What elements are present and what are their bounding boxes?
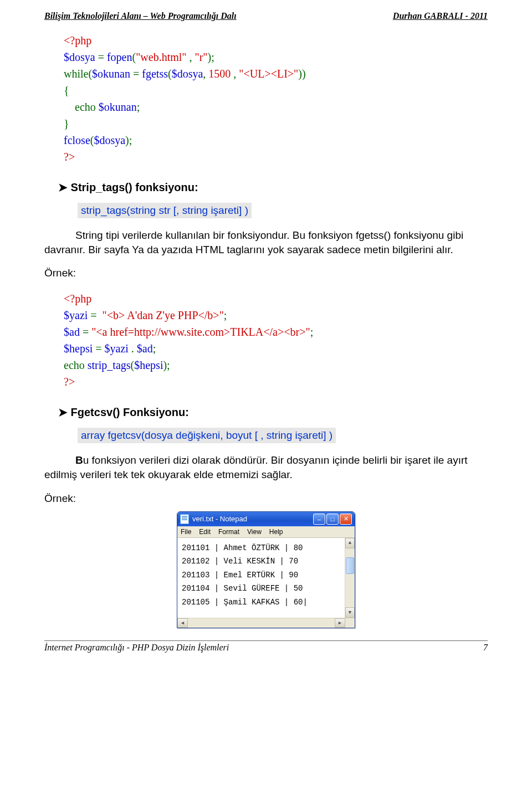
text-line: 201101 | Ahmet ÖZTÜRK | 80 [182, 543, 303, 552]
text-line: 201103 | Emel ERTÜRK | 90 [182, 571, 298, 580]
comma: , [187, 51, 195, 63]
scroll-left-button[interactable]: ◀ [177, 618, 188, 628]
var: $hepsi [134, 359, 163, 371]
notepad-icon [180, 514, 189, 524]
paren: )) [298, 68, 305, 80]
func: fgetss [142, 68, 168, 80]
var: $ad [64, 326, 80, 338]
var: $okunan [92, 68, 130, 80]
heading-text: ➤ Fgetcsv() Fonksiyonu: [58, 406, 189, 418]
window-title: veri.txt - Notepad [192, 515, 313, 523]
paren: ( [168, 68, 172, 80]
scroll-thumb[interactable] [346, 557, 354, 574]
func: fclose [64, 134, 90, 146]
paragraph-rest: u fonksiyon verileri dizi olarak döndürü… [44, 454, 468, 480]
page-footer: İnternet Programcılığı - PHP Dosya Dizin… [44, 640, 488, 653]
menu-bar: File Edit Format View Help [177, 526, 355, 538]
var: $yazi [105, 342, 129, 355]
string: "<UL><LI>" [239, 68, 298, 80]
menu-view[interactable]: View [247, 528, 262, 536]
scroll-right-button[interactable]: ▶ [335, 618, 345, 628]
php-close: ?> [64, 151, 75, 163]
brace: { [64, 84, 69, 96]
code-block-2: <?php $yazi = "<b> A'dan Z'ye PHP</b>"; … [64, 290, 488, 390]
menu-help[interactable]: Help [269, 528, 283, 536]
var: $dosya [94, 134, 125, 146]
text-line: 201105 | Şamil KAFKAS | 60| [182, 598, 308, 607]
var: $dosya [64, 51, 95, 63]
semi: ; [153, 342, 156, 355]
section-heading-strip-tags: ➤ Strip_tags() fonksiyonu: [58, 181, 488, 194]
code-block-1: <?php $dosya = fopen("web.html" , "r"); … [64, 32, 488, 165]
paragraph-strip-tags: String tipi verilerde kullanılan bir fon… [44, 228, 488, 257]
php-close: ?> [64, 376, 75, 388]
scroll-up-button[interactable]: ▲ [345, 538, 355, 548]
scroll-track-h[interactable] [188, 618, 335, 628]
header-right: Durhan GABRALI - 2011 [393, 11, 488, 21]
comma: , [203, 68, 208, 80]
menu-edit[interactable]: Edit [199, 528, 211, 536]
paren: ); [163, 359, 170, 371]
echo: echo [64, 359, 88, 371]
example-label: Örnek: [44, 267, 488, 279]
vertical-scrollbar[interactable]: ▲ ▼ [345, 538, 355, 618]
section-heading-fgetcsv: ➤ Fgetcsv() Fonksiyonu: [58, 406, 488, 419]
semi: ; [137, 101, 140, 113]
brace: } [64, 117, 69, 130]
op: = [130, 68, 142, 80]
scroll-down-button[interactable]: ▼ [345, 607, 355, 618]
op: = [80, 326, 91, 338]
op: = [88, 309, 102, 321]
op: . [129, 342, 137, 355]
php-open: <?php [64, 293, 91, 305]
close-button[interactable]: ✕ [340, 514, 352, 525]
horizontal-scrollbar[interactable]: ◀ ▶ [177, 618, 355, 628]
minimize-button[interactable]: – [313, 514, 325, 525]
string: "<b> A'dan Z'ye PHP</b>" [103, 309, 224, 321]
var: $ad [137, 342, 153, 355]
maximize-button[interactable]: □ [326, 514, 339, 525]
keyword: while [64, 68, 88, 80]
scroll-track[interactable] [345, 548, 355, 608]
syntax-box-strip-tags: strip_tags(string str [, string işareti]… [78, 203, 252, 218]
paren: ); [125, 134, 132, 146]
footer-page-number: 7 [483, 643, 488, 653]
menu-format[interactable]: Format [218, 528, 239, 536]
func: strip_tags [88, 359, 131, 371]
page-header: Bilişim Teknolojileri Alanı – Web Progra… [44, 11, 488, 21]
syntax-box-fgetcsv: array fgetcsv(dosya değişkeni, boyut [ ,… [78, 428, 336, 443]
example-label: Örnek: [44, 493, 488, 505]
comma: , [231, 68, 239, 80]
op: = [95, 51, 107, 63]
op: = [93, 342, 104, 355]
var: $dosya [172, 68, 203, 80]
notepad-window: veri.txt - Notepad – □ ✕ File Edit Forma… [177, 511, 355, 629]
footer-left: İnternet Programcılığı - PHP Dosya Dizin… [44, 643, 229, 653]
bold-letter: B [75, 454, 83, 466]
text-area[interactable]: 201101 | Ahmet ÖZTÜRK | 80 201102 | Veli… [177, 538, 345, 618]
var: $yazi [64, 309, 88, 321]
func: fopen [107, 51, 132, 63]
semi: ; [224, 309, 227, 321]
paren: ); [208, 51, 214, 63]
notepad-screenshot: veri.txt - Notepad – □ ✕ File Edit Forma… [44, 511, 488, 629]
heading-text: ➤ Strip_tags() fonksiyonu: [58, 181, 198, 193]
menu-file[interactable]: File [181, 528, 191, 536]
php-open: <?php [64, 34, 91, 47]
number: 1500 [208, 68, 231, 80]
paragraph-fgetcsv: Bu fonksiyon verileri dizi olarak döndür… [44, 453, 488, 481]
text-line: 201102 | Veli KESKİN | 70 [182, 557, 298, 566]
titlebar[interactable]: veri.txt - Notepad – □ ✕ [177, 512, 355, 526]
document-page: Bilişim Teknolojileri Alanı – Web Progra… [0, 0, 532, 675]
var: $hepsi [64, 342, 93, 355]
echo: echo [64, 101, 99, 113]
text-line: 201104 | Sevil GÜREFE | 50 [182, 584, 303, 593]
header-left: Bilişim Teknolojileri Alanı – Web Progra… [44, 11, 237, 21]
string: "web.html" [136, 51, 186, 63]
semi: ; [310, 326, 314, 338]
scroll-corner [345, 618, 355, 628]
notepad-body: 201101 | Ahmet ÖZTÜRK | 80 201102 | Veli… [177, 538, 355, 618]
var: $okunan [99, 101, 137, 113]
string: "r" [195, 51, 208, 63]
string: "<a href=http://www.site.com>TIKLA</a><b… [91, 326, 310, 338]
